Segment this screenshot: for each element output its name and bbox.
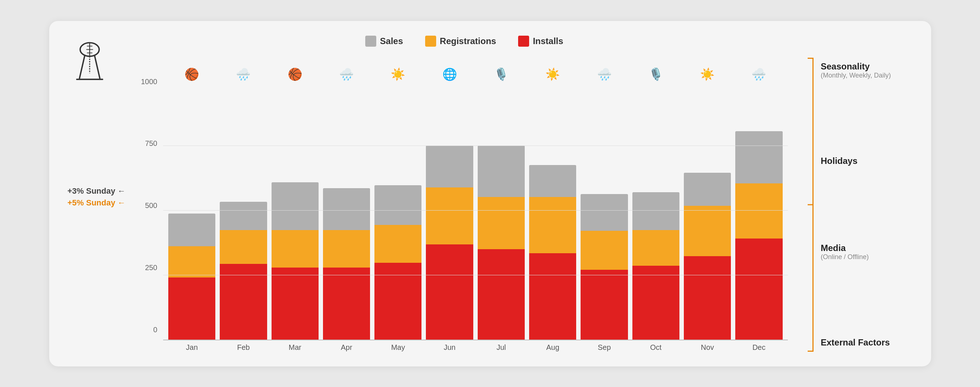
right-label-item-2: Media(Online / Offline)	[821, 243, 891, 261]
bar-registrations-jul	[478, 197, 525, 249]
bar-group-mar	[269, 182, 321, 339]
right-label-item-1: Holidays	[821, 156, 891, 166]
bar-group-jan	[166, 213, 218, 339]
bar-registrations-aug	[529, 197, 576, 253]
bar-sales-oct	[632, 192, 679, 230]
y-label-750: 750	[145, 139, 157, 148]
bar-installs-dec	[735, 239, 782, 339]
bar-registrations-apr	[323, 230, 370, 268]
month-icon-jul: 🎙️	[476, 67, 527, 81]
month-icon-sep: 🌧️	[578, 67, 630, 81]
bar-group-jun	[424, 145, 475, 339]
left-section: +3% Sunday ← +5% Sunday ←	[68, 36, 134, 352]
bracket-container: Seasonality(Monthly, Weekly, Daily)Holid…	[802, 58, 913, 352]
annotation-5pct: +5% Sunday ←	[68, 198, 126, 208]
right-label-title-0: Seasonality	[821, 61, 891, 72]
bar-registrations-oct	[632, 230, 679, 266]
football-trophy-icon	[68, 39, 112, 83]
bar-registrations-nov	[684, 206, 731, 256]
bar-installs-apr	[323, 268, 370, 339]
bar-group-oct	[630, 192, 682, 339]
x-label-jun: Jun	[424, 343, 475, 352]
bar-sales-aug	[529, 165, 576, 197]
month-icon-dec: 🌧️	[733, 67, 784, 81]
y-label-0: 0	[153, 326, 157, 334]
month-icon-may: ☀️	[372, 67, 424, 81]
chart-section: Sales Registrations Installs 1000 750 50…	[134, 36, 795, 352]
x-labels-row: JanFebMarAprMayJunJulAugSepOctNovDec	[163, 340, 788, 352]
legend-sales: Sales	[365, 36, 403, 47]
month-icon-jan: 🏀	[166, 67, 218, 81]
x-label-may: May	[372, 343, 424, 352]
bars-container: 🏀🌧️🏀🌧️☀️🌐🎙️☀️🌧️🎙️☀️🌧️ JanFebMarAprMayJun…	[163, 56, 788, 352]
bar-group-may	[372, 185, 424, 339]
bar-sales-nov	[684, 173, 731, 206]
bar-registrations-dec	[735, 183, 782, 239]
bar-sales-dec	[735, 131, 782, 183]
bar-group-apr	[321, 188, 372, 339]
x-label-dec: Dec	[733, 343, 784, 352]
x-label-jan: Jan	[166, 343, 218, 352]
bar-sales-mar	[272, 182, 318, 230]
bar-installs-sep	[581, 270, 628, 339]
bar-installs-mar	[272, 268, 318, 339]
bar-sales-apr	[323, 188, 370, 230]
registrations-label: Registrations	[440, 36, 496, 46]
x-label-oct: Oct	[630, 343, 682, 352]
bar-group-sep	[578, 194, 630, 339]
installs-swatch	[518, 36, 529, 47]
legend-registrations: Registrations	[425, 36, 496, 47]
month-icon-feb: 🌧️	[218, 67, 269, 81]
y-axis: 1000 750 500 250 0	[141, 56, 164, 352]
bar-registrations-jan	[168, 246, 215, 277]
bar-sales-jan	[168, 213, 215, 247]
x-label-apr: Apr	[321, 343, 372, 352]
month-icon-nov: ☀️	[682, 67, 733, 81]
bar-sales-feb	[220, 202, 267, 230]
month-icon-jun: 🌐	[424, 67, 475, 81]
right-label-item-3: External Factors	[821, 338, 891, 348]
right-label-title-1: Holidays	[821, 156, 891, 166]
bar-registrations-sep	[581, 231, 628, 269]
bar-installs-may	[374, 263, 422, 339]
bar-group-feb	[218, 202, 269, 339]
right-labels: Seasonality(Monthly, Weekly, Daily)Holid…	[821, 58, 891, 352]
bar-group-jul	[476, 145, 527, 339]
bar-installs-jan	[168, 277, 215, 339]
right-section: Seasonality(Monthly, Weekly, Daily)Holid…	[795, 36, 913, 352]
svg-line-6	[94, 56, 100, 78]
month-icon-oct: 🎙️	[630, 67, 682, 81]
bar-sales-sep	[581, 194, 628, 231]
bar-sales-jul	[478, 145, 525, 197]
installs-label: Installs	[533, 36, 563, 46]
bar-installs-aug	[529, 253, 576, 339]
sales-swatch	[365, 36, 376, 47]
legend-installs: Installs	[518, 36, 563, 47]
x-label-jul: Jul	[476, 343, 527, 352]
main-card: +3% Sunday ← +5% Sunday ← Sales Registra…	[49, 21, 931, 366]
bar-group-dec	[733, 131, 784, 339]
svg-line-5	[80, 56, 84, 78]
bracket-line	[802, 58, 813, 352]
icons-row: 🏀🌧️🏀🌧️☀️🌐🎙️☀️🌧️🎙️☀️🌧️	[163, 56, 788, 81]
right-label-title-2: Media	[821, 243, 891, 253]
bar-registrations-feb	[220, 230, 267, 264]
x-label-aug: Aug	[527, 343, 578, 352]
legend: Sales Registrations Installs	[141, 36, 788, 47]
right-label-item-0: Seasonality(Monthly, Weekly, Daily)	[821, 61, 891, 80]
y-label-500: 500	[145, 201, 157, 210]
registrations-swatch	[425, 36, 436, 47]
bar-sales-may	[374, 185, 422, 225]
bar-installs-nov	[684, 256, 731, 339]
bars-row	[163, 81, 788, 340]
annotations: +3% Sunday ← +5% Sunday ←	[68, 186, 126, 208]
annotation-3pct: +3% Sunday ←	[68, 186, 126, 196]
right-label-sub-0: (Monthly, Weekly, Daily)	[821, 72, 891, 80]
right-label-sub-2: (Online / Offline)	[821, 253, 891, 261]
x-label-mar: Mar	[269, 343, 321, 352]
bar-installs-jun	[426, 244, 473, 339]
bar-registrations-mar	[272, 230, 318, 268]
bar-sales-jun	[426, 145, 473, 187]
right-label-title-3: External Factors	[821, 338, 891, 348]
bar-group-nov	[682, 173, 733, 339]
